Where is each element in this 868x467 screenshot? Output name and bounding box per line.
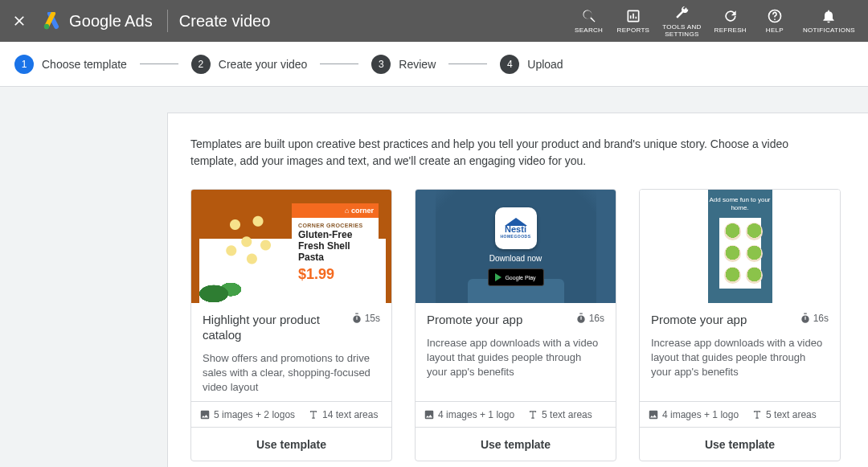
duration-value: 16s	[813, 313, 829, 324]
card-body: Highlight your product catalog 15s Show …	[191, 303, 391, 401]
header-divider	[167, 10, 168, 32]
plant-pot-icon	[724, 223, 741, 240]
stopwatch-icon	[800, 313, 811, 324]
duration-value: 16s	[589, 313, 604, 324]
template-title: Promote your app	[427, 313, 522, 328]
step-connector	[140, 63, 178, 64]
decorative-pasta-icon	[212, 204, 289, 272]
tool-reports[interactable]: REPORTS	[611, 0, 657, 42]
duration-value: 15s	[365, 313, 380, 324]
brand-text: Google Ads	[69, 12, 153, 31]
reports-icon	[625, 7, 641, 25]
header-left: Google Ads Create video	[0, 0, 270, 42]
text-icon	[308, 409, 319, 420]
step-number: 3	[371, 55, 391, 74]
template-title: Highlight your product catalog	[203, 313, 343, 343]
tool-tools-and-settings[interactable]: TOOLS AND SETTINGS	[656, 0, 707, 42]
use-template-button[interactable]: Use template	[191, 427, 391, 461]
intro-text: Templates are built upon creative best p…	[190, 136, 809, 170]
step-number: 2	[191, 55, 211, 74]
preview-screen	[719, 218, 761, 289]
stepper: 1 Choose template 2 Create your video 3 …	[0, 42, 868, 87]
preview-brand: ⌂ corner	[292, 203, 379, 218]
template-card-promote-app-2: Add some fun to your home. Promo	[639, 189, 841, 461]
plant-pot-icon	[724, 267, 741, 284]
template-description: Show offers and promotions to drive sale…	[203, 351, 380, 395]
step-connector	[448, 63, 487, 64]
template-card-highlight-product-catalog: ⌂ corner CORNER GROCERIES Gluten-Free Fr…	[190, 189, 392, 461]
template-preview: ⌂ corner CORNER GROCERIES Gluten-Free Fr…	[191, 190, 391, 303]
template-meta: 4 images + 1 logo 5 text areas	[416, 401, 616, 427]
content-panel: Templates are built upon creative best p…	[167, 113, 868, 467]
image-icon	[648, 409, 659, 420]
images-meta: 4 images + 1 logo	[438, 409, 514, 420]
wrench-icon	[674, 4, 690, 22]
google-play-badge: Google Play	[488, 268, 544, 286]
tool-help[interactable]: HELP	[753, 0, 796, 42]
brand-word-google: Google	[69, 12, 121, 31]
refresh-icon	[723, 7, 739, 25]
plant-pot-icon	[746, 223, 763, 240]
stopwatch-icon	[351, 313, 362, 324]
text-meta: 5 text areas	[542, 409, 592, 420]
step-create-your-video[interactable]: 2 Create your video	[191, 55, 308, 74]
preview-app-name: Nesti	[505, 224, 526, 234]
step-upload[interactable]: 4 Upload	[500, 55, 563, 74]
preview-app-sub: HOMEGOODS	[500, 234, 530, 239]
app-header: Google Ads Create video SEARCH REPORTS T…	[0, 0, 868, 42]
step-number: 1	[14, 55, 34, 74]
step-choose-template[interactable]: 1 Choose template	[14, 55, 127, 74]
page-body: Templates are built upon creative best p…	[0, 87, 868, 467]
use-template-button[interactable]: Use template	[416, 427, 616, 461]
template-meta: 5 images + 2 logos 14 text areas	[191, 401, 391, 427]
tool-label: TOOLS AND SETTINGS	[662, 23, 701, 38]
tool-notifications[interactable]: NOTIFICATIONS	[796, 0, 862, 42]
preview-product-title: Gluten-Free Fresh Shell Pasta	[298, 230, 372, 263]
tool-search[interactable]: SEARCH	[567, 0, 611, 42]
page-title: Create video	[179, 12, 270, 31]
tool-label: SEARCH	[575, 27, 603, 34]
decorative-greens-icon	[199, 272, 248, 303]
preview-caption: Add some fun to your home.	[708, 196, 772, 211]
template-meta: 4 images + 1 logo 5 text areas	[640, 401, 840, 427]
text-meta: 14 text areas	[322, 409, 378, 420]
template-preview: Add some fun to your home.	[640, 190, 840, 303]
step-number: 4	[500, 55, 519, 74]
template-duration: 15s	[351, 313, 380, 324]
images-meta: 5 images + 2 logos	[214, 409, 295, 420]
google-ads-logo[interactable]: Google Ads	[39, 0, 164, 42]
preview-app-tile: Nesti HOMEGOODS	[495, 207, 537, 249]
close-button[interactable]	[0, 0, 39, 42]
use-template-button[interactable]: Use template	[640, 427, 840, 461]
template-preview: Nesti HOMEGOODS Download now Google Play	[416, 190, 616, 303]
template-description: Increase app downloads with a video layo…	[427, 336, 604, 380]
image-icon	[424, 409, 435, 420]
step-connector	[320, 63, 358, 64]
text-icon	[527, 409, 538, 420]
template-duration: 16s	[800, 313, 829, 324]
preview-subbrand: CORNER GROCERIES	[298, 223, 372, 228]
step-review[interactable]: 3 Review	[371, 55, 436, 74]
preview-price: $1.99	[298, 266, 372, 283]
tool-label: NOTIFICATIONS	[803, 27, 855, 34]
svg-point-3	[774, 19, 776, 21]
text-meta: 5 text areas	[766, 409, 817, 420]
google-ads-triangle-icon	[42, 12, 61, 30]
header-tools: SEARCH REPORTS TOOLS AND SETTINGS REFRES…	[567, 0, 862, 42]
plant-pot-icon	[724, 245, 741, 262]
template-title: Promote your app	[651, 313, 747, 328]
tool-label: HELP	[766, 27, 784, 34]
card-body: Promote your app 16s Increase app downlo…	[416, 303, 616, 401]
image-icon	[199, 409, 211, 420]
tool-refresh[interactable]: REFRESH	[708, 0, 753, 42]
search-icon	[581, 7, 597, 25]
step-label: Upload	[527, 58, 563, 71]
stopwatch-icon	[575, 313, 587, 324]
text-icon	[751, 409, 763, 420]
preview-download-text: Download now	[489, 254, 542, 263]
preview-product-tile: ⌂ corner CORNER GROCERIES Gluten-Free Fr…	[292, 203, 379, 303]
plant-pot-icon	[746, 245, 763, 262]
step-label: Choose template	[42, 58, 127, 71]
svg-point-0	[44, 24, 49, 29]
step-label: Review	[399, 58, 436, 71]
